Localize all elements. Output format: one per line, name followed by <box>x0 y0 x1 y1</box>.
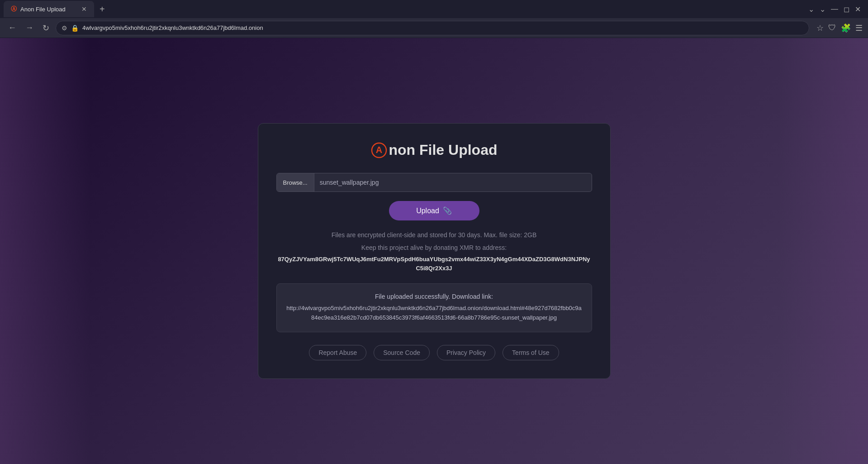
success-box: File uploaded successfully. Download lin… <box>276 283 592 332</box>
close-window-icon[interactable]: ✕ <box>855 5 861 14</box>
browse-button[interactable]: Browse... <box>277 173 314 191</box>
file-name-display: sunset_wallpaper.jpg <box>314 179 592 186</box>
upload-button[interactable]: Upload 📎 <box>389 201 479 220</box>
url-display: 4wlvargvpo5miv5xhoh6ru2jtir2xkqnlu3wnktk… <box>82 24 263 31</box>
tab-favicon: Ⓐ <box>11 5 17 13</box>
svg-text:A: A <box>375 145 382 155</box>
forward-button[interactable]: → <box>23 21 36 34</box>
tab-list-icon[interactable]: ⌄ <box>808 5 814 14</box>
tab-controls: ⌄ ⌄ — ◻ ✕ <box>808 5 864 14</box>
terms-of-use-link[interactable]: Terms of Use <box>503 345 559 360</box>
extensions-icon[interactable]: 🧩 <box>841 23 851 33</box>
logo-area: A non File Upload <box>276 142 592 158</box>
source-code-link[interactable]: Source Code <box>374 345 430 360</box>
back-button[interactable]: ← <box>5 21 19 34</box>
minimize-icon[interactable]: — <box>831 5 838 14</box>
privacy-policy-link[interactable]: Privacy Policy <box>437 345 495 360</box>
page-background: A non File Upload Browse... sunset_wallp… <box>0 38 868 464</box>
donate-text: Keep this project alive by donating XMR … <box>276 244 592 251</box>
customization-icon: ⚙ <box>62 24 67 32</box>
nav-bar: ← → ↻ ⚙ 🔒 4wlvargvpo5miv5xhoh6ru2jtir2xk… <box>0 18 868 38</box>
menu-icon[interactable]: ☰ <box>855 23 863 33</box>
tab-list-icon2[interactable]: ⌄ <box>820 5 825 14</box>
footer-links: Report Abuse Source Code Privacy Policy … <box>276 345 592 360</box>
main-card: A non File Upload Browse... sunset_wallp… <box>258 123 611 379</box>
browser-chrome: Ⓐ Anon File Upload ✕ + ⌄ ⌄ — ◻ ✕ ← → ↻ ⚙… <box>0 0 868 38</box>
active-tab[interactable]: Ⓐ Anon File Upload ✕ <box>4 1 94 17</box>
download-link[interactable]: http://4wlvargvpo5miv5xhoh6ru2jtir2xkqnl… <box>286 304 583 323</box>
anon-logo-icon: A <box>371 142 387 158</box>
address-bar[interactable]: ⚙ 🔒 4wlvargvpo5miv5xhoh6ru2jtir2xkqnlu3w… <box>56 21 809 35</box>
upload-button-label: Upload <box>416 207 439 215</box>
lock-icon: 🔒 <box>71 24 79 32</box>
shield-icon[interactable]: 🛡 <box>828 23 836 33</box>
success-title: File uploaded successfully. Download lin… <box>286 293 583 300</box>
info-text: Files are encrypted client-side and stor… <box>276 231 592 239</box>
restore-icon[interactable]: ◻ <box>844 5 849 14</box>
tab-title: Anon File Upload <box>20 6 66 13</box>
tab-bar: Ⓐ Anon File Upload ✕ + ⌄ ⌄ — ◻ ✕ <box>0 0 868 18</box>
paperclip-icon: 📎 <box>443 206 452 215</box>
app-title: A non File Upload <box>276 142 592 158</box>
new-tab-button[interactable]: + <box>96 2 109 16</box>
report-abuse-link[interactable]: Report Abuse <box>309 345 366 360</box>
reload-button[interactable]: ↻ <box>40 21 52 35</box>
tab-close-button[interactable]: ✕ <box>81 5 87 13</box>
app-title-text: non File Upload <box>389 142 498 158</box>
nav-actions: ☆ 🛡 🧩 ☰ <box>816 23 863 33</box>
xmr-address: 87QyZJVYam8GRwj5Tc7WUqJ6mtFu2MRVpSpdH6bu… <box>276 255 592 273</box>
file-input-wrapper: Browse... sunset_wallpaper.jpg <box>276 173 592 192</box>
bookmark-star-icon[interactable]: ☆ <box>816 23 824 33</box>
